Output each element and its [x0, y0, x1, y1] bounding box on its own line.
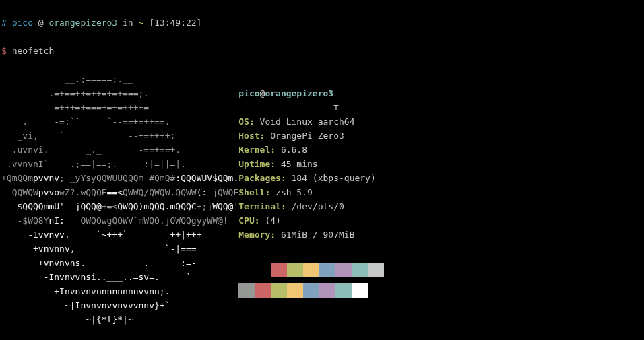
color-swatch [255, 283, 271, 298]
color-swatch [335, 283, 352, 298]
info-value: zsh 5.9 [270, 187, 313, 197]
color-palette-row-1 [238, 263, 384, 277]
info-userhost: pico@orangepizero3 [238, 88, 333, 98]
info-value: 184 (xbps-query) [286, 173, 376, 183]
info-label: Kernel: [238, 145, 276, 155]
info-separator: ------------------⌶ [238, 102, 339, 112]
color-swatch [303, 263, 319, 277]
prompt-user: pico [12, 18, 33, 28]
info-value: (4) [260, 215, 281, 226]
neofetch-ascii-art: __.;=====;.__ _.=+==++=++=+=+===;. -=+++… [1, 72, 238, 327]
prompt-line-1: # pico @ orangepizero3 in ~ [13:49:22] [1, 15, 643, 30]
terminal-output[interactable]: # pico @ orangepizero3 in ~ [13:49:22] $… [0, 0, 644, 340]
info-label: Terminal: [238, 201, 286, 211]
info-label: OS: [238, 116, 254, 127]
info-value: 6.6.8 [276, 145, 307, 155]
info-label: Host: [238, 131, 265, 141]
prompt-in: in [123, 18, 133, 28]
command-text: neofetch [12, 46, 55, 56]
prompt-time: [13:49:22] [149, 18, 201, 28]
color-swatch [238, 283, 255, 298]
text-cursor-icon: ⌶ [333, 102, 339, 112]
color-swatch [319, 283, 335, 298]
color-swatch [303, 283, 319, 298]
info-label: Shell: [238, 187, 270, 197]
prompt-path: ~ [139, 18, 144, 28]
color-palette-row-2 [238, 283, 384, 298]
info-label: Packages: [238, 173, 286, 183]
color-swatch [287, 263, 303, 277]
info-label: CPU: [238, 215, 259, 226]
prompt-host: orangepizero3 [49, 18, 117, 28]
color-swatch [335, 263, 352, 277]
color-swatch [271, 283, 287, 298]
color-swatch [319, 263, 335, 277]
color-swatch [352, 263, 368, 277]
info-value: 61MiB / 907MiB [276, 230, 354, 240]
neofetch-info: pico@orangepizero3 ------------------⌶ O… [238, 72, 384, 327]
info-label: Memory: [238, 230, 276, 240]
color-swatch [352, 283, 368, 298]
info-value: 45 mins [276, 159, 318, 169]
info-host: orangepizero3 [265, 88, 333, 98]
info-user: pico [238, 88, 259, 98]
command-line-1: $ neofetch [1, 44, 643, 58]
color-swatch [287, 283, 303, 298]
info-value: OrangePi Zero3 [265, 131, 344, 141]
prompt-at: @ [38, 18, 44, 28]
info-value: Void Linux aarch64 [255, 116, 355, 127]
prompt-hash: # [1, 18, 7, 28]
color-swatch [271, 263, 287, 277]
prompt-dollar: $ [1, 46, 7, 56]
color-swatch [255, 263, 271, 277]
info-label: Uptime: [238, 159, 276, 169]
color-swatch [368, 263, 384, 277]
info-value: /dev/pts/0 [286, 201, 344, 211]
